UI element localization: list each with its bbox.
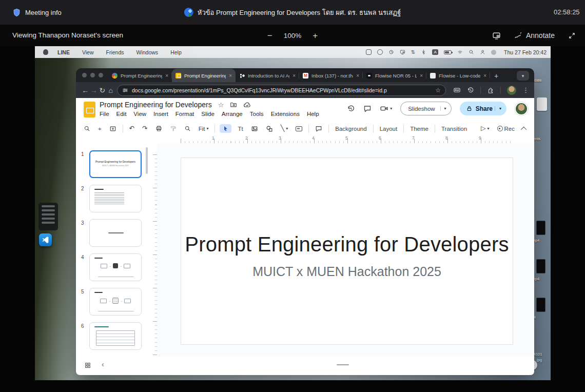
browser-tab[interactable]: Flowise NOR 05 - La × (363, 69, 426, 82)
background-button[interactable]: Background (334, 125, 368, 133)
cloud-status-icon[interactable] (243, 101, 251, 109)
input-source-icon[interactable]: A (432, 49, 438, 55)
menu-format[interactable]: Format (176, 111, 194, 117)
bookmark-star-icon[interactable]: ☆ (435, 87, 441, 94)
browser-tab[interactable]: Flowise - Low-code × (426, 69, 490, 82)
textbox-button[interactable]: Tt (236, 125, 244, 133)
theme-button[interactable]: Theme (408, 125, 430, 133)
slide-thumbnail[interactable]: →→ (89, 288, 142, 316)
menubar-app-icon-1[interactable] (366, 49, 372, 55)
insert-line-button[interactable]: ╲▾ (279, 124, 290, 133)
desktop-video-file-icon[interactable] (536, 259, 545, 273)
insert-image-button[interactable] (249, 124, 260, 133)
close-tab-icon[interactable]: × (165, 73, 168, 79)
insert-placeholder-button[interactable] (294, 125, 304, 132)
user-account-icon[interactable] (480, 49, 485, 55)
meeting-info-button[interactable]: Meeting info (12, 0, 62, 25)
close-tab-icon[interactable]: × (292, 73, 296, 79)
meet-button[interactable]: ▾ (380, 104, 392, 113)
site-settings-icon[interactable] (122, 87, 128, 93)
tab-search-button[interactable]: ▾ (517, 71, 529, 81)
menu-insert[interactable]: Insert (153, 111, 168, 117)
menu-view[interactable]: View (133, 111, 146, 117)
menu-edit[interactable]: Edit (116, 111, 127, 117)
new-tab-button[interactable]: + (490, 70, 502, 82)
slide-title[interactable]: Prompt Engineering for Developers (181, 233, 513, 256)
forward-button[interactable]: → (90, 86, 99, 94)
close-tab-icon[interactable]: × (356, 73, 359, 79)
menu-arrange[interactable]: Arrange (222, 111, 243, 117)
kebab-menu-icon[interactable]: ⋮ (522, 86, 529, 94)
menu-tools[interactable]: Tools (250, 111, 264, 117)
password-manager-icon[interactable] (453, 86, 461, 94)
display-icon[interactable] (400, 49, 405, 55)
menu-line[interactable]: LINE (57, 49, 70, 55)
menu-help[interactable]: Help (170, 49, 182, 55)
slide-subtitle[interactable]: MUICT x MUEN Hackathon 2025 (181, 264, 513, 279)
search-menus-button[interactable] (82, 124, 92, 133)
collapse-filmstrip-button[interactable]: ‹ (102, 360, 104, 368)
menu-file[interactable]: File (100, 111, 109, 117)
version-history-icon[interactable] (347, 105, 355, 113)
vertical-ruler[interactable] (151, 143, 157, 357)
add-comment-button[interactable] (314, 124, 324, 133)
address-bar[interactable]: docs.google.com/presentation/d/1mPs_Q3Qd… (117, 85, 446, 96)
print-button[interactable] (154, 124, 164, 133)
minimize-window-icon[interactable] (90, 73, 95, 77)
desktop-video-file-icon[interactable] (536, 221, 545, 235)
slideshow-dropdown-icon[interactable]: ▾ (440, 106, 451, 111)
close-tab-icon[interactable]: × (420, 73, 423, 79)
record-button[interactable]: Rec (496, 125, 516, 133)
clock-icon[interactable] (388, 49, 394, 55)
new-slide-button[interactable]: + (96, 125, 103, 133)
slideshow-button[interactable]: Slideshow ▾ (400, 102, 451, 115)
slide-thumbnail[interactable] (89, 219, 142, 247)
control-center-icon[interactable] (491, 50, 496, 55)
account-avatar[interactable] (515, 102, 528, 115)
apple-menu-icon[interactable] (43, 49, 48, 55)
comments-icon[interactable] (363, 105, 372, 113)
close-window-icon[interactable] (82, 73, 87, 77)
move-folder-icon[interactable] (230, 101, 237, 108)
fullscreen-button[interactable] (568, 32, 576, 40)
fit-zoom-select[interactable]: Fit▾ (197, 125, 210, 133)
menu-help[interactable]: Help (307, 111, 319, 117)
bluetooth-icon[interactable] (421, 49, 426, 55)
menu-slide[interactable]: Slide (201, 111, 215, 117)
share-button[interactable]: Share ▾ (460, 102, 506, 115)
slide-thumbnail-selected[interactable]: Prompt Engineering for Developers MUICT … (89, 150, 142, 178)
zoom-button[interactable] (183, 124, 192, 133)
document-title[interactable]: Prompt Engineering for Developers (100, 101, 212, 109)
zoom-out-button[interactable]: − (267, 31, 272, 40)
extensions-icon[interactable] (487, 87, 494, 94)
desktop-document-icon[interactable] (537, 97, 547, 111)
laser-pointer-button[interactable]: ▷▾ (479, 124, 491, 133)
url-text[interactable]: docs.google.com/presentation/d/1mPs_Q3Qd… (132, 87, 432, 93)
insert-shape-button[interactable] (264, 124, 275, 133)
slides-logo-icon[interactable] (84, 102, 95, 117)
menu-view[interactable]: View (82, 49, 94, 55)
back-button[interactable]: ← (81, 86, 90, 94)
collapse-toolbar-button[interactable] (521, 126, 528, 132)
browser-tab[interactable]: Introduction to AI Ag × (236, 69, 299, 82)
undo-button[interactable]: ↶ (128, 124, 136, 133)
mini-window-panel[interactable] (38, 203, 58, 230)
transition-button[interactable]: Transition (440, 125, 469, 133)
maximize-window-icon[interactable] (99, 73, 103, 77)
browser-tab[interactable]: M Inbox (137) - nor.tha × (299, 69, 363, 82)
vscode-dock-icon[interactable] (39, 233, 52, 246)
slide-thumbnail[interactable] (89, 322, 142, 350)
filmstrip-scrollbar[interactable] (146, 147, 148, 174)
home-button[interactable]: ⌂ (107, 86, 115, 94)
horizontal-ruler[interactable]: 1 2 3 4 5 6 7 8 9 (181, 135, 513, 143)
window-traffic-lights[interactable] (82, 68, 103, 82)
redo-button[interactable]: ↷ (141, 124, 149, 133)
browser-tab[interactable]: Prompt Engineering × (108, 69, 172, 82)
layout-button[interactable]: Layout (378, 125, 399, 133)
new-slide-layout-button[interactable] (108, 124, 118, 133)
paint-format-button[interactable] (168, 124, 178, 133)
slide-thumbnail[interactable]: →→ (89, 253, 142, 281)
close-tab-icon[interactable]: × (229, 73, 232, 79)
menu-windows[interactable]: Windows (136, 49, 159, 55)
menubar-app-icon-2[interactable] (377, 49, 383, 55)
